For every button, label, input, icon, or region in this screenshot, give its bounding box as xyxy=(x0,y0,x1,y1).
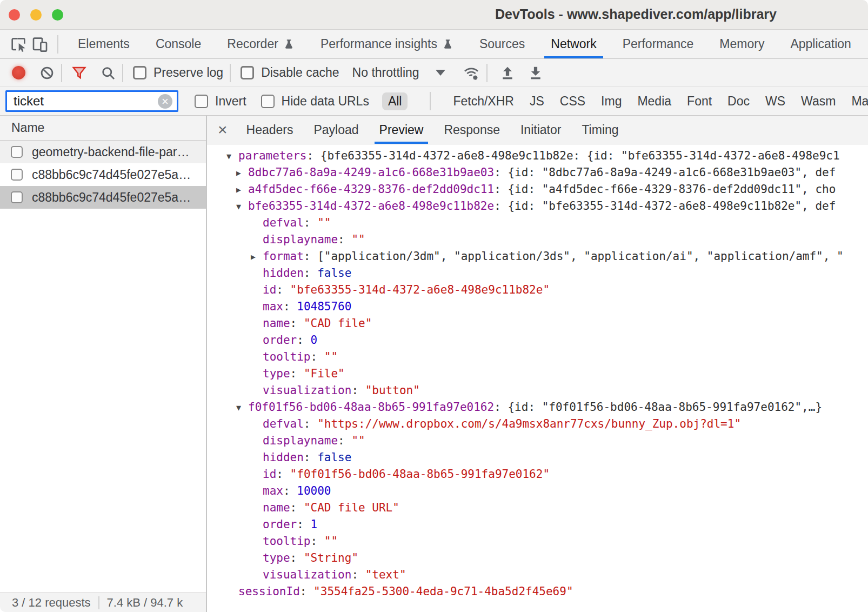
tree-row[interactable]: tooltip: "" xyxy=(207,533,868,550)
preserve-log-checkbox[interactable]: Preserve log xyxy=(133,65,223,80)
tree-row[interactable]: name: "CAD file URL" xyxy=(207,500,868,516)
tree-row[interactable]: hidden: false xyxy=(207,449,868,466)
tree-row[interactable]: defval: "https://www.dropbox.com/s/4a9ms… xyxy=(207,416,868,433)
detail-tab-initiator[interactable]: Initiator xyxy=(510,116,571,144)
tree-row[interactable]: order: 0 xyxy=(207,332,868,349)
tree-row[interactable]: visualization: "text" xyxy=(207,567,868,583)
checkbox-icon[interactable] xyxy=(11,146,23,158)
tab-sources[interactable]: Sources xyxy=(466,30,538,58)
type-filter-css[interactable]: CSS xyxy=(560,94,585,109)
tab-performance[interactable]: Performance xyxy=(610,30,707,58)
tree-row[interactable]: sessionId: "3554fa25-5300-4eda-9c71-4ba5… xyxy=(207,583,868,600)
checkbox-icon[interactable] xyxy=(241,66,254,79)
tree-row[interactable]: displayname: "" xyxy=(207,433,868,449)
type-filter-media[interactable]: Media xyxy=(637,94,671,109)
tree-row[interactable]: tooltip: "" xyxy=(207,349,868,365)
network-toolbar: Preserve log Disable cache No throttling xyxy=(0,59,868,87)
tree-row[interactable]: order: 1 xyxy=(207,516,868,533)
expand-icon[interactable]: ▶ xyxy=(236,182,248,198)
tab-memory[interactable]: Memory xyxy=(706,30,777,58)
network-conditions-icon[interactable] xyxy=(463,64,480,82)
disable-cache-checkbox[interactable]: Disable cache xyxy=(241,65,339,80)
tree-colon: : xyxy=(304,451,317,464)
detail-tab-response[interactable]: Response xyxy=(433,116,510,144)
table-row[interactable]: geometry-backend-file-par… xyxy=(0,141,206,163)
tree-row[interactable]: ▶format: ["application/3dm", "applicatio… xyxy=(207,248,868,265)
tree-row[interactable]: ▶8dbc77a6-8a9a-4249-a1c6-668e31b9ae03: {… xyxy=(207,164,868,181)
tree-row[interactable]: name: "CAD file" xyxy=(207,315,868,332)
table-row[interactable]: c88bb6c9c74d45fe027e5a… xyxy=(0,163,206,186)
tree-row[interactable]: ▶a4fd5dec-f66e-4329-8376-def2dd09dc11: {… xyxy=(207,181,868,198)
tree-colon: : xyxy=(494,183,508,196)
export-har-icon[interactable] xyxy=(528,65,544,81)
collapse-icon[interactable]: ▼ xyxy=(236,198,248,215)
disable-cache-label: Disable cache xyxy=(261,65,339,80)
tree-row[interactable]: max: 10485760 xyxy=(207,298,868,315)
close-detail-icon[interactable]: × xyxy=(207,116,236,144)
record-network-log-button[interactable] xyxy=(12,66,25,79)
detail-tab-payload[interactable]: Payload xyxy=(303,116,369,144)
type-filter-img[interactable]: Img xyxy=(601,94,622,109)
inspect-element-icon[interactable] xyxy=(8,34,29,55)
hide-data-urls-checkbox[interactable]: Hide data URLs xyxy=(261,94,369,109)
search-icon[interactable] xyxy=(101,65,116,81)
checkbox-icon[interactable] xyxy=(261,95,275,108)
expand-icon[interactable]: ▶ xyxy=(236,165,248,182)
tree-row[interactable]: hidden: false xyxy=(207,265,868,282)
filter-input[interactable] xyxy=(14,94,158,109)
checkbox-icon[interactable] xyxy=(195,95,208,108)
table-row[interactable]: c88bb6c9c74d45fe027e5a… xyxy=(0,186,206,209)
type-filter-ws[interactable]: WS xyxy=(765,94,785,109)
collapse-icon[interactable]: ▼ xyxy=(236,400,248,416)
clear-filter-icon[interactable]: × xyxy=(158,94,172,109)
tab-elements[interactable]: Elements xyxy=(65,30,143,58)
tab-console[interactable]: Console xyxy=(143,30,214,58)
checkbox-icon[interactable] xyxy=(11,191,23,203)
type-filter-wasm[interactable]: Wasm xyxy=(801,94,836,109)
zoom-window-button[interactable] xyxy=(52,9,63,21)
detail-tab-headers[interactable]: Headers xyxy=(236,116,304,144)
type-filter-js[interactable]: JS xyxy=(530,94,544,109)
tab-recorder[interactable]: Recorder xyxy=(214,30,308,58)
type-filter-font[interactable]: Font xyxy=(687,94,712,109)
checkbox-icon[interactable] xyxy=(133,66,146,79)
throttling-select[interactable]: No throttling xyxy=(352,65,419,80)
tree-row[interactable]: type: "String" xyxy=(207,550,868,567)
tree-row[interactable]: id: "f0f01f56-bd06-48aa-8b65-991fa97e016… xyxy=(207,466,868,483)
close-window-button[interactable] xyxy=(9,9,20,21)
tree-row[interactable]: ▼bfe63355-314d-4372-a6e8-498e9c11b82e: {… xyxy=(207,198,868,215)
type-filter-doc[interactable]: Doc xyxy=(727,94,750,109)
collapse-icon[interactable]: ▼ xyxy=(226,148,238,165)
network-status-bar: 3 / 12 requests 7.4 kB / 94.7 k xyxy=(0,593,206,612)
type-filter-fetchxhr[interactable]: Fetch/XHR xyxy=(453,94,513,109)
invert-checkbox[interactable]: Invert xyxy=(195,94,246,109)
chevron-down-icon[interactable] xyxy=(436,70,445,76)
detail-tab-timing[interactable]: Timing xyxy=(571,116,629,144)
tree-row[interactable]: ▼parameters: {bfe63355-314d-4372-a6e8-49… xyxy=(207,148,868,164)
tree-row[interactable]: id: "bfe63355-314d-4372-a6e8-498e9c11b82… xyxy=(207,282,868,298)
tree-value-str: "bfe63355-314d-4372-a6e8-498e9c11b82e" xyxy=(290,283,550,296)
tree-colon: : xyxy=(290,551,304,564)
tab-application[interactable]: Application xyxy=(777,30,864,58)
name-column-header[interactable]: Name xyxy=(0,116,206,141)
detail-tab-preview[interactable]: Preview xyxy=(369,116,434,144)
tree-row[interactable]: displayname: "" xyxy=(207,231,868,248)
checkbox-icon[interactable] xyxy=(11,169,23,181)
tree-row[interactable]: type: "File" xyxy=(207,365,868,382)
tab-performance-insights[interactable]: Performance insights xyxy=(308,30,466,58)
tab-network[interactable]: Network xyxy=(538,30,609,58)
import-har-icon[interactable] xyxy=(499,65,516,81)
type-filter-all[interactable]: All xyxy=(382,92,408,110)
tree-row[interactable]: defval: "" xyxy=(207,215,868,231)
tree-colon: : xyxy=(283,484,297,497)
minimize-window-button[interactable] xyxy=(30,9,42,21)
type-filter-manifest[interactable]: Manifest xyxy=(851,94,868,109)
tree-row[interactable]: max: 10000 xyxy=(207,483,868,500)
tree-row[interactable]: visualization: "button" xyxy=(207,382,868,399)
expand-icon[interactable]: ▶ xyxy=(251,249,263,265)
filter-toggle-icon[interactable] xyxy=(72,65,86,80)
tree-key: order xyxy=(263,334,297,347)
tree-row[interactable]: ▼f0f01f56-bd06-48aa-8b65-991fa97e0162: {… xyxy=(207,399,868,416)
device-toolbar-icon[interactable] xyxy=(29,34,51,55)
clear-network-log-icon[interactable] xyxy=(39,65,55,81)
